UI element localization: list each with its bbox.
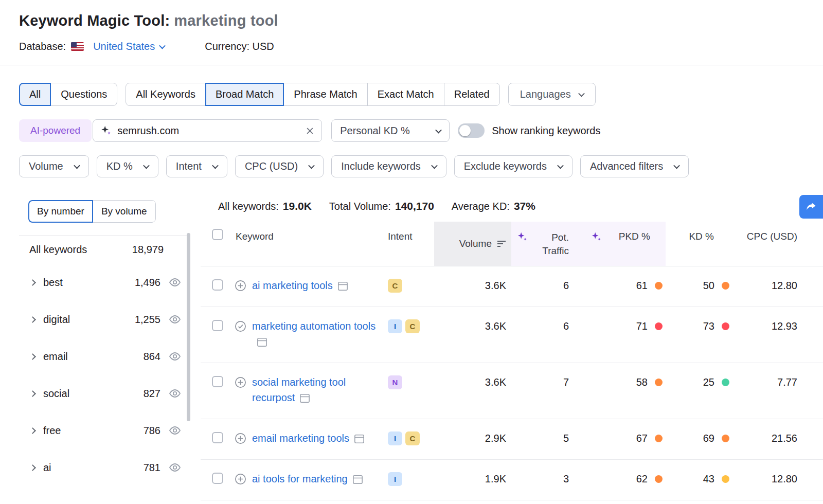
keyword-link[interactable]: marketing automation tools (252, 320, 375, 332)
row-checkbox[interactable] (212, 432, 223, 443)
keyword-link[interactable]: ai tools for marketing (252, 473, 348, 484)
row-checkbox[interactable] (212, 320, 223, 331)
row-checkbox[interactable] (212, 376, 223, 387)
tab-exact-match[interactable]: Exact Match (367, 83, 444, 106)
row-checkbox[interactable] (212, 279, 223, 291)
pkd-dot (655, 435, 663, 442)
chevron-down-icon (431, 163, 438, 169)
summary-average-kd-label: Average KD: (452, 201, 510, 212)
serp-icon[interactable] (337, 280, 348, 295)
pkd-cell: 58 (587, 374, 666, 390)
filter-label: KD % (106, 160, 133, 172)
serp-icon[interactable] (354, 433, 365, 448)
filter-volume[interactable]: Volume (19, 155, 89, 177)
col-volume[interactable]: Volume (434, 222, 511, 266)
show-ranking-keywords-toggle[interactable] (458, 123, 485, 138)
pkd-value: 67 (636, 430, 648, 446)
eye-icon[interactable] (169, 276, 181, 289)
filter-label: CPC (USD) (245, 160, 298, 172)
chevron-right-icon (29, 353, 36, 360)
serp-icon[interactable] (352, 473, 363, 489)
tab-phrase-match[interactable]: Phrase Match (283, 83, 367, 106)
filter-include-keywords[interactable]: Include keywords (331, 155, 446, 177)
filter-cpc-usd[interactable]: CPC (USD) (235, 155, 324, 177)
pot-traffic-value: 6 (511, 278, 587, 293)
tab-questions[interactable]: Questions (50, 83, 117, 106)
col-intent[interactable]: Intent (388, 222, 434, 266)
search-value[interactable]: semrush.com (117, 125, 300, 137)
col-pkd[interactable]: PKD % (587, 222, 666, 266)
summary-total-volume-label: Total Volume: (329, 201, 391, 212)
added-check-icon[interactable] (235, 320, 246, 332)
col-kd[interactable]: KD % (666, 222, 732, 266)
add-keyword-icon[interactable] (235, 376, 246, 388)
keyword-group-row[interactable]: email 864 (19, 338, 187, 375)
eye-icon[interactable] (169, 387, 181, 400)
languages-label: Languages (520, 88, 571, 100)
keyword-group-row[interactable]: social 827 (19, 375, 187, 412)
serp-icon[interactable] (299, 392, 310, 407)
chevron-down-icon (435, 127, 442, 133)
tab-all[interactable]: All (19, 83, 51, 106)
kd-cell: 43 (666, 471, 732, 487)
keyword-link[interactable]: social marketing tool recurpost (252, 376, 346, 403)
keyword-group-row[interactable]: ai 781 (19, 449, 187, 486)
keyword-group-label[interactable]: digital (43, 314, 70, 326)
eye-icon[interactable] (169, 350, 181, 363)
keyword-group-label[interactable]: best (43, 277, 63, 289)
add-keyword-icon[interactable] (235, 433, 246, 444)
filter-intent[interactable]: Intent (166, 155, 227, 177)
keyword-group-label[interactable]: social (43, 388, 69, 400)
all-keywords-row[interactable]: All keywords 18,979 (19, 235, 187, 264)
pot-line1: Pot. (551, 232, 569, 243)
col-cpc[interactable]: CPC (USD) (732, 222, 800, 266)
keyword-group-count: 864 (144, 351, 160, 363)
cpc-value: 21.56 (732, 430, 800, 446)
keyword-group-label[interactable]: free (43, 425, 61, 437)
keyword-group-row[interactable]: best 1,496 (19, 264, 187, 301)
by-volume-button[interactable]: By volume (93, 200, 156, 223)
filter-exclude-keywords[interactable]: Exclude keywords (454, 155, 572, 177)
keyword-group-label[interactable]: ai (43, 462, 51, 474)
database-value[interactable]: United States (93, 41, 155, 52)
us-flag-icon (71, 42, 84, 51)
tab-related[interactable]: Related (444, 83, 500, 106)
database-select[interactable]: United States (71, 41, 165, 52)
eye-icon[interactable] (169, 424, 181, 437)
personal-kd-dropdown[interactable]: Personal KD % (331, 119, 450, 142)
col-pot-traffic[interactable]: Pot. Traffic (511, 222, 587, 266)
keyword-group-label[interactable]: email (43, 351, 68, 363)
chevron-down-icon (74, 163, 80, 169)
filter-advanced-filters[interactable]: Advanced filters (580, 155, 689, 177)
export-button[interactable] (799, 195, 823, 219)
row-checkbox[interactable] (212, 473, 223, 484)
kd-dot (722, 282, 729, 290)
summary-total-volume-value: 140,170 (395, 200, 434, 212)
sidebar-scrollbar[interactable] (187, 233, 190, 421)
chevron-down-icon (673, 163, 680, 169)
volume-value: 2.9K (434, 430, 511, 446)
select-all-checkbox[interactable] (212, 229, 223, 240)
eye-icon[interactable] (169, 313, 181, 326)
eye-icon[interactable] (169, 461, 181, 474)
share-arrow-icon (805, 201, 817, 213)
languages-dropdown[interactable]: Languages (508, 83, 596, 106)
keyword-group-row[interactable]: free 786 (19, 412, 187, 449)
keyword-link[interactable]: email marketing tools (252, 433, 349, 444)
col-keyword[interactable]: Keyword (235, 222, 388, 266)
kd-dot (722, 475, 729, 483)
table-row: marketing automation tools IC 3.6K 6 71 … (201, 307, 823, 363)
add-keyword-icon[interactable] (235, 280, 246, 292)
keyword-group-row[interactable]: digital 1,255 (19, 301, 187, 338)
add-keyword-icon[interactable] (235, 473, 246, 485)
search-input[interactable]: semrush.com (93, 119, 322, 142)
serp-icon[interactable] (257, 336, 267, 351)
keyword-link[interactable]: ai marketing tools (252, 280, 333, 291)
tab-all-keywords[interactable]: All Keywords (126, 83, 206, 106)
chevron-down-icon (159, 43, 166, 49)
filter-kd[interactable]: KD % (97, 155, 158, 177)
ai-sparkle-icon (516, 231, 528, 242)
clear-search-icon[interactable] (306, 127, 314, 135)
by-number-button[interactable]: By number (28, 200, 93, 223)
tab-broad-match[interactable]: Broad Match (205, 83, 284, 106)
